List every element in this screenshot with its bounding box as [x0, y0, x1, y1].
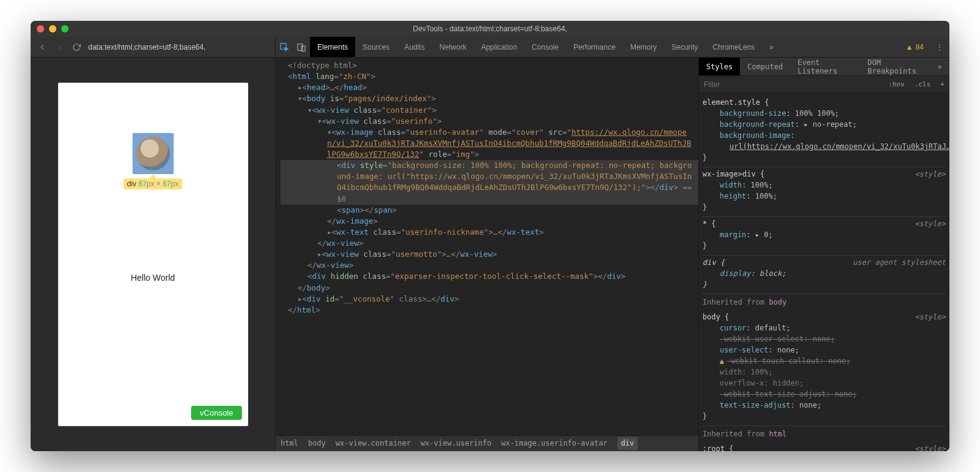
dom-line[interactable]: </wx-image>: [281, 216, 698, 227]
tab-memory[interactable]: Memory: [623, 37, 664, 57]
device-preview[interactable]: div 67px × 67px Hello World vConsole: [58, 83, 248, 426]
crumb-body[interactable]: body: [308, 438, 326, 449]
vconsole-button[interactable]: vConsole: [191, 406, 241, 420]
device-toggle-icon[interactable]: [293, 39, 310, 56]
window-title: DevTools - data:text/html;charset=utf-8;…: [31, 25, 949, 33]
tab-security[interactable]: Security: [664, 37, 705, 57]
dom-line[interactable]: <html lang="zh-CN">: [281, 71, 698, 82]
subtab-listeners[interactable]: Event Listeners: [790, 58, 860, 75]
dom-line[interactable]: ▸<wx-view class="usermotto">…</wx-view>: [281, 249, 698, 260]
tab-console[interactable]: Console: [524, 37, 566, 57]
reload-icon[interactable]: [71, 42, 82, 53]
forward-icon[interactable]: [54, 42, 65, 53]
inspect-icon[interactable]: [276, 39, 293, 56]
dom-line[interactable]: ▸<wx-text class="userinfo-nickname">…</w…: [281, 227, 698, 238]
inherited-from-html: Inherited from html: [703, 426, 946, 442]
filter-input[interactable]: [699, 80, 883, 89]
rule-selector[interactable]: wx-image>div {: [703, 169, 946, 180]
dom-selected-line[interactable]: <div style="background-size: 100% 100%; …: [281, 160, 698, 205]
dom-line[interactable]: ▸<div id="__vconsole" class>…</div>: [281, 294, 698, 305]
dom-line[interactable]: </wx-view>: [281, 260, 698, 271]
nav-bar: data:text/html;charset=utf-8;base64,: [31, 37, 275, 58]
rule-selector[interactable]: body {: [703, 311, 946, 322]
tabs-overflow-icon[interactable]: »: [762, 37, 781, 57]
dom-tree[interactable]: <!doctype html> <html lang="zh-CN"> ▸<he…: [276, 58, 698, 451]
subtab-styles[interactable]: Styles: [699, 58, 740, 75]
styles-subtabs: Styles Computed Event Listeners DOM Brea…: [699, 58, 949, 76]
filter-row: :hov .cls +: [699, 76, 949, 93]
svg-rect-1: [298, 44, 303, 50]
rule-source[interactable]: <style>: [914, 311, 946, 322]
css-rules[interactable]: element.style { background-size: 100% 10…: [699, 93, 949, 451]
crumb-html[interactable]: html: [281, 438, 298, 449]
dom-line[interactable]: ▾<body is="pages/index/index">: [281, 93, 698, 104]
crumb-div[interactable]: div: [617, 437, 638, 450]
dom-line[interactable]: <div hidden class="exparser-inspector-to…: [281, 271, 698, 282]
devtools-window: DevTools - data:text/html;charset=utf-8;…: [31, 21, 949, 451]
rule-selector[interactable]: element.style {: [703, 97, 946, 108]
subtab-computed[interactable]: Computed: [740, 58, 790, 75]
tab-performance[interactable]: Performance: [566, 37, 623, 57]
styles-pane: Styles Computed Event Listeners DOM Brea…: [698, 58, 949, 451]
dom-line[interactable]: </body>: [281, 283, 698, 294]
dom-line[interactable]: ▾<wx-view class="container">: [281, 105, 698, 116]
titlebar: DevTools - data:text/html;charset=utf-8;…: [31, 21, 949, 37]
dom-line[interactable]: ▾<wx-image class="userinfo-avatar" mode=…: [281, 127, 698, 160]
main-tabs: Elements Sources Audits Network Applicat…: [276, 37, 949, 58]
crumb-userinfo[interactable]: wx-view.userinfo: [421, 438, 492, 449]
tab-audits[interactable]: Audits: [397, 37, 432, 57]
devtools-pane: Elements Sources Audits Network Applicat…: [276, 37, 949, 451]
rule-source[interactable]: <style>: [914, 218, 946, 229]
warning-icon: ▲: [720, 357, 724, 365]
rule-selector[interactable]: :root {: [703, 443, 946, 451]
hov-toggle[interactable]: :hov: [883, 80, 910, 88]
back-icon[interactable]: [37, 42, 48, 53]
rule-selector[interactable]: * {: [703, 218, 946, 229]
dom-line[interactable]: ▾<wx-view class="userinfo">: [281, 116, 698, 127]
kebab-menu-icon[interactable]: ⋮: [930, 43, 949, 51]
avatar-highlight: [132, 133, 173, 174]
crumb-avatar[interactable]: wx-image.userinfo-avatar: [501, 438, 607, 449]
dom-line[interactable]: </wx-view>: [281, 238, 698, 249]
inherited-from-body: Inherited from body: [703, 294, 946, 310]
address-bar[interactable]: data:text/html;charset=utf-8;base64,: [88, 43, 269, 51]
tab-elements[interactable]: Elements: [310, 37, 355, 57]
subtabs-overflow-icon[interactable]: »: [930, 58, 949, 75]
tab-network[interactable]: Network: [432, 37, 473, 57]
rule-source: user agent stylesheet: [853, 257, 946, 268]
hello-world-text: Hello World: [58, 273, 248, 283]
size-badge: div 67px × 67px: [123, 178, 182, 189]
add-rule-icon[interactable]: +: [935, 80, 949, 88]
tab-application[interactable]: Application: [473, 37, 524, 57]
subtab-dom-breakpoints[interactable]: DOM Breakpoints: [860, 58, 930, 75]
preview-pane: data:text/html;charset=utf-8;base64, div…: [31, 37, 276, 451]
tab-chromelens[interactable]: ChromeLens: [706, 37, 763, 57]
warning-counter[interactable]: ▲84: [906, 43, 930, 51]
rule-source[interactable]: <style>: [914, 443, 946, 451]
breadcrumb: html body wx-view.container wx-view.user…: [276, 435, 698, 451]
dom-line[interactable]: ▸<head>…</head>: [281, 82, 698, 93]
dom-line[interactable]: </html>: [281, 305, 698, 316]
dom-line[interactable]: <span></span>: [281, 205, 698, 216]
tab-sources[interactable]: Sources: [355, 37, 397, 57]
cls-toggle[interactable]: .cls: [910, 80, 936, 88]
rule-source[interactable]: <style>: [914, 169, 946, 180]
dom-line[interactable]: <!doctype html>: [281, 60, 698, 71]
crumb-container[interactable]: wx-view.container: [336, 438, 411, 449]
warning-icon: ▲: [906, 43, 913, 51]
